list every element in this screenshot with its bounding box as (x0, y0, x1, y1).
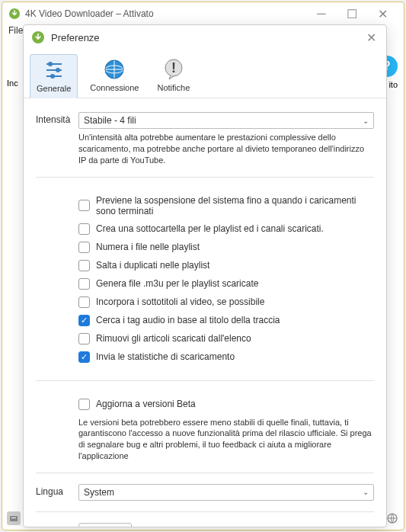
beta-label: Aggiorna a versioni Beta (96, 399, 196, 409)
chevron-down-icon: ⌄ (363, 117, 369, 125)
checkbox-search-audio[interactable]: Cerca i tag audio in base al titolo dell… (78, 315, 374, 326)
app-icon (8, 8, 21, 20)
dialog-body: Intensità Stabile - 4 fili ⌄ Un'intensit… (24, 98, 386, 527)
checkbox-icon (78, 315, 90, 326)
svg-text:!: ! (171, 60, 176, 75)
checkbox-create-subfolder[interactable]: Crea una sottocartella per le playlist e… (78, 223, 374, 235)
checkbox-icon (78, 351, 90, 363)
separator (36, 473, 374, 473)
dialog-title: Preferenze (51, 32, 363, 43)
language-label: Lingua (36, 484, 78, 497)
main-titlebar: 4K Video Downloader – Attivato ─ ☐ ✕ (2, 2, 404, 25)
main-breadcrumb-left: Inc (7, 79, 18, 88)
checkbox-icon (78, 278, 90, 290)
checkbox-label: Numera i file nelle playlist (96, 242, 200, 252)
separator (36, 511, 374, 512)
beta-section: Aggiorna a versioni Beta Le versioni bet… (36, 392, 374, 462)
checkbox-label: Salta i duplicati nelle playlist (96, 260, 209, 271)
beta-desc: Le versioni beta potrebbero essere meno … (78, 417, 374, 462)
separator (36, 380, 374, 381)
checkbox-label: Invia le statistiche di scaricamento (96, 351, 235, 362)
dialog-icon (31, 30, 45, 44)
language-select[interactable]: System ⌄ (78, 484, 374, 501)
main-window-title: 4K Video Downloader – Attivato (25, 8, 306, 19)
checkbox-icon (78, 200, 90, 211)
globe-icon (102, 57, 126, 82)
maximize-button[interactable]: ☐ (337, 3, 367, 24)
checkbox-label: Incorpora i sottotitoli al video, se pos… (96, 296, 264, 307)
checkbox-embed-subs[interactable]: Incorpora i sottotitoli al video, se pos… (78, 296, 374, 308)
preferences-dialog: Preferenze ✕ Generale Connessione ! Noti… (23, 24, 387, 527)
checkbox-label: Previene la sospensione del sistema fino… (96, 195, 374, 216)
checkbox-skip-dup[interactable]: Salta i duplicati nelle playlist (78, 260, 374, 271)
chevron-down-icon: ⌄ (363, 488, 369, 496)
tab-notifications[interactable]: ! Notifiche (151, 54, 196, 98)
checkbox-icon (78, 242, 90, 253)
language-value: System (84, 487, 114, 498)
checkbox-section: Previene la sospensione del sistema fino… (36, 188, 374, 370)
checkbox-number-files[interactable]: Numera i file nelle playlist (78, 242, 374, 253)
checkbox-icon (78, 223, 90, 235)
checkbox-label: Genera file .m3u per le playlist scarica… (96, 278, 258, 289)
tab-notifications-label: Notifiche (157, 83, 190, 92)
checkbox-icon (78, 260, 90, 271)
exclamation-icon: ! (161, 57, 186, 82)
checkbox-label: Crea una sottocartella per le playlist e… (96, 223, 324, 234)
tab-connection-label: Connessione (90, 83, 139, 92)
checkbox-prevent-sleep[interactable]: Previene la sospensione del sistema fino… (78, 195, 374, 216)
svg-rect-2 (11, 518, 16, 518)
tab-general[interactable]: Generale (30, 54, 78, 98)
svg-rect-1 (10, 516, 18, 521)
checkbox-icon (78, 399, 90, 410)
intensity-row: Intensità Stabile - 4 fili ⌄ Un'intensit… (36, 112, 374, 166)
close-main-button[interactable]: ✕ (367, 3, 398, 24)
statusbar-left-icon[interactable] (7, 511, 21, 525)
tab-general-label: Generale (37, 84, 71, 93)
sliders-icon (42, 58, 66, 82)
tab-connection[interactable]: Connessione (84, 54, 145, 98)
intensity-desc: Un'intensità alta potrebbe aumentare le … (78, 132, 374, 166)
dialog-tabs: Generale Connessione ! Notifiche (24, 50, 386, 98)
svg-point-10 (50, 74, 55, 79)
checkbox-remove-items[interactable]: Rimuovi gli articoli scaricati dall'elen… (78, 333, 374, 345)
svg-point-8 (56, 68, 60, 72)
checkbox-label: Rimuovi gli articoli scaricati dall'elen… (96, 333, 251, 344)
beta-checkbox[interactable]: Aggiorna a versioni Beta (78, 399, 374, 410)
statusbar-right-icon[interactable] (385, 511, 399, 525)
dialog-close-button[interactable]: ✕ (363, 30, 379, 45)
intensity-label: Intensità (36, 112, 78, 125)
svg-point-6 (48, 62, 53, 66)
checkbox-gen-m3u[interactable]: Genera file .m3u per le playlist scarica… (78, 278, 374, 290)
checkbox-icon (78, 296, 90, 308)
minimize-button[interactable]: ─ (306, 3, 337, 24)
intensity-select[interactable]: Stabile - 4 fili ⌄ (78, 112, 374, 129)
checkbox-send-stats[interactable]: Invia le statistiche di scaricamento (78, 351, 374, 363)
youtube-row: YouTube Accedi L'autorizzazione a YouTub… (36, 523, 374, 527)
youtube-label: YouTube (36, 523, 78, 527)
dialog-titlebar: Preferenze ✕ (24, 25, 386, 50)
separator (36, 177, 374, 178)
youtube-login-button[interactable]: Accedi (78, 523, 132, 527)
checkbox-icon (78, 333, 90, 345)
language-row: Lingua System ⌄ (36, 484, 374, 501)
checkbox-label: Cerca i tag audio in base al titolo dell… (96, 315, 280, 325)
intensity-value: Stabile - 4 fili (84, 115, 136, 126)
